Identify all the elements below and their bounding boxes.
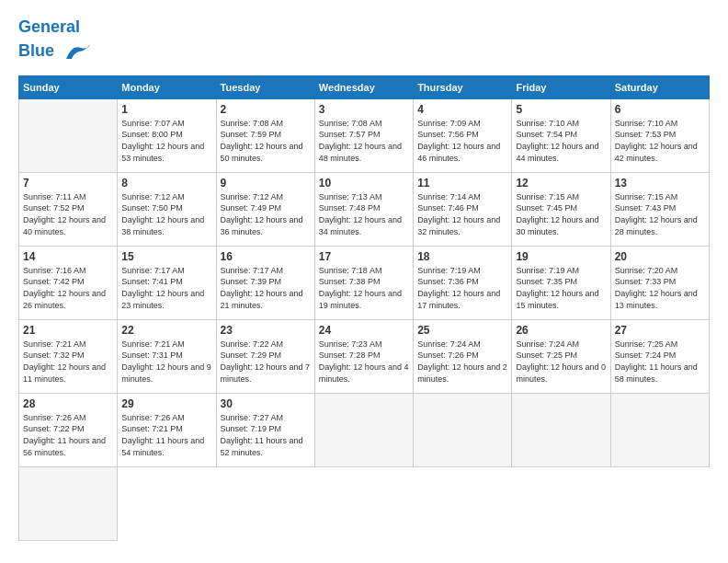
calendar-cell: 2 Sunrise: 7:08 AM Sunset: 7:59 PM Dayli…	[216, 98, 314, 172]
day-info: Sunrise: 7:24 AM Sunset: 7:26 PM Dayligh…	[417, 339, 507, 385]
day-info: Sunrise: 7:23 AM Sunset: 7:28 PM Dayligh…	[319, 339, 409, 385]
day-info: Sunrise: 7:21 AM Sunset: 7:31 PM Dayligh…	[121, 339, 211, 385]
calendar-cell: 1 Sunrise: 7:07 AM Sunset: 8:00 PM Dayli…	[118, 98, 216, 172]
calendar-row: 21 Sunrise: 7:21 AM Sunset: 7:32 PM Dayl…	[19, 319, 710, 393]
calendar-cell	[610, 393, 709, 466]
day-number: 26	[516, 324, 606, 337]
calendar-cell: 27 Sunrise: 7:25 AM Sunset: 7:24 PM Dayl…	[610, 319, 709, 393]
day-number: 25	[417, 324, 507, 337]
day-number: 8	[121, 177, 211, 190]
day-info: Sunrise: 7:15 AM Sunset: 7:45 PM Dayligh…	[516, 191, 606, 237]
day-info: Sunrise: 7:26 AM Sunset: 7:22 PM Dayligh…	[23, 412, 113, 458]
calendar-cell: 29 Sunrise: 7:26 AM Sunset: 7:21 PM Dayl…	[118, 393, 216, 466]
day-info: Sunrise: 7:21 AM Sunset: 7:32 PM Dayligh…	[23, 339, 113, 385]
calendar-cell: 5 Sunrise: 7:10 AM Sunset: 7:54 PM Dayli…	[512, 98, 610, 172]
day-info: Sunrise: 7:17 AM Sunset: 7:39 PM Dayligh…	[221, 265, 311, 311]
weekday-header-friday: Friday	[512, 75, 610, 98]
calendar-cell: 4 Sunrise: 7:09 AM Sunset: 7:56 PM Dayli…	[414, 98, 512, 172]
day-number: 21	[23, 324, 113, 337]
calendar-cell: 16 Sunrise: 7:17 AM Sunset: 7:39 PM Dayl…	[216, 246, 314, 319]
day-info: Sunrise: 7:25 AM Sunset: 7:24 PM Dayligh…	[615, 339, 705, 385]
calendar-cell: 25 Sunrise: 7:24 AM Sunset: 7:26 PM Dayl…	[414, 319, 512, 393]
day-number: 1	[121, 103, 211, 116]
day-number: 14	[23, 250, 113, 263]
day-number: 15	[121, 250, 211, 263]
calendar-cell: 24 Sunrise: 7:23 AM Sunset: 7:28 PM Dayl…	[314, 319, 413, 393]
day-number: 6	[615, 103, 705, 116]
calendar-cell: 9 Sunrise: 7:12 AM Sunset: 7:49 PM Dayli…	[216, 172, 314, 246]
day-info: Sunrise: 7:11 AM Sunset: 7:52 PM Dayligh…	[23, 191, 113, 237]
day-number: 19	[516, 250, 606, 263]
calendar-cell: 7 Sunrise: 7:11 AM Sunset: 7:52 PM Dayli…	[19, 172, 118, 246]
day-info: Sunrise: 7:17 AM Sunset: 7:41 PM Dayligh…	[121, 265, 211, 311]
header: General Blue	[18, 18, 710, 66]
logo-bird-icon	[63, 37, 92, 66]
day-info: Sunrise: 7:12 AM Sunset: 7:49 PM Dayligh…	[221, 191, 311, 237]
calendar-cell: 3 Sunrise: 7:08 AM Sunset: 7:57 PM Dayli…	[314, 98, 413, 172]
day-number: 2	[221, 103, 311, 116]
calendar-cell	[512, 393, 610, 466]
day-number: 22	[121, 324, 211, 337]
calendar-cell	[414, 393, 512, 466]
day-info: Sunrise: 7:22 AM Sunset: 7:29 PM Dayligh…	[221, 339, 311, 385]
calendar-cell: 28 Sunrise: 7:26 AM Sunset: 7:22 PM Dayl…	[19, 393, 118, 466]
day-number: 18	[417, 250, 507, 263]
weekday-header-sunday: Sunday	[19, 75, 118, 98]
calendar-cell: 20 Sunrise: 7:20 AM Sunset: 7:33 PM Dayl…	[610, 246, 709, 319]
day-info: Sunrise: 7:18 AM Sunset: 7:38 PM Dayligh…	[319, 265, 409, 311]
day-number: 9	[221, 177, 311, 190]
day-info: Sunrise: 7:24 AM Sunset: 7:25 PM Dayligh…	[516, 339, 606, 385]
day-number: 11	[417, 177, 507, 190]
calendar-cell: 11 Sunrise: 7:14 AM Sunset: 7:46 PM Dayl…	[414, 172, 512, 246]
logo-general: General	[18, 17, 80, 36]
calendar-cell	[314, 393, 413, 466]
day-number: 4	[417, 103, 507, 116]
calendar-cell: 22 Sunrise: 7:21 AM Sunset: 7:31 PM Dayl…	[118, 319, 216, 393]
day-info: Sunrise: 7:07 AM Sunset: 8:00 PM Dayligh…	[121, 118, 211, 164]
calendar-cell: 13 Sunrise: 7:15 AM Sunset: 7:43 PM Dayl…	[610, 172, 709, 246]
day-number: 3	[319, 103, 409, 116]
calendar-row: 1 Sunrise: 7:07 AM Sunset: 8:00 PM Dayli…	[19, 98, 710, 172]
day-info: Sunrise: 7:14 AM Sunset: 7:46 PM Dayligh…	[417, 191, 507, 237]
day-number: 28	[23, 397, 113, 410]
day-number: 17	[319, 250, 409, 263]
calendar-cell: 8 Sunrise: 7:12 AM Sunset: 7:50 PM Dayli…	[118, 172, 216, 246]
calendar-row: 7 Sunrise: 7:11 AM Sunset: 7:52 PM Dayli…	[19, 172, 710, 246]
calendar-cell: 6 Sunrise: 7:10 AM Sunset: 7:53 PM Dayli…	[610, 98, 709, 172]
calendar-cell: 15 Sunrise: 7:17 AM Sunset: 7:41 PM Dayl…	[118, 246, 216, 319]
calendar: SundayMondayTuesdayWednesdayThursdayFrid…	[18, 75, 710, 541]
weekday-header-tuesday: Tuesday	[216, 75, 314, 98]
calendar-row	[19, 466, 710, 540]
day-number: 7	[23, 177, 113, 190]
day-info: Sunrise: 7:19 AM Sunset: 7:36 PM Dayligh…	[417, 265, 507, 311]
weekday-header-monday: Monday	[118, 75, 216, 98]
day-info: Sunrise: 7:26 AM Sunset: 7:21 PM Dayligh…	[121, 412, 211, 458]
calendar-cell: 23 Sunrise: 7:22 AM Sunset: 7:29 PM Dayl…	[216, 319, 314, 393]
calendar-cell: 21 Sunrise: 7:21 AM Sunset: 7:32 PM Dayl…	[19, 319, 118, 393]
calendar-cell: 18 Sunrise: 7:19 AM Sunset: 7:36 PM Dayl…	[414, 246, 512, 319]
weekday-header-thursday: Thursday	[414, 75, 512, 98]
day-number: 29	[121, 397, 211, 410]
weekday-header-saturday: Saturday	[610, 75, 709, 98]
calendar-cell: 12 Sunrise: 7:15 AM Sunset: 7:45 PM Dayl…	[512, 172, 610, 246]
day-number: 23	[221, 324, 311, 337]
calendar-row: 28 Sunrise: 7:26 AM Sunset: 7:22 PM Dayl…	[19, 393, 710, 466]
logo-blue: Blue	[18, 41, 54, 60]
day-info: Sunrise: 7:09 AM Sunset: 7:56 PM Dayligh…	[417, 118, 507, 164]
day-info: Sunrise: 7:16 AM Sunset: 7:42 PM Dayligh…	[23, 265, 113, 311]
day-number: 20	[615, 250, 705, 263]
calendar-cell: 14 Sunrise: 7:16 AM Sunset: 7:42 PM Dayl…	[19, 246, 118, 319]
day-info: Sunrise: 7:27 AM Sunset: 7:19 PM Dayligh…	[221, 412, 311, 458]
day-info: Sunrise: 7:19 AM Sunset: 7:35 PM Dayligh…	[516, 265, 606, 311]
calendar-cell: 10 Sunrise: 7:13 AM Sunset: 7:48 PM Dayl…	[314, 172, 413, 246]
calendar-cell: 17 Sunrise: 7:18 AM Sunset: 7:38 PM Dayl…	[314, 246, 413, 319]
day-info: Sunrise: 7:10 AM Sunset: 7:54 PM Dayligh…	[516, 118, 606, 164]
day-number: 10	[319, 177, 409, 190]
day-number: 24	[319, 324, 409, 337]
day-info: Sunrise: 7:08 AM Sunset: 7:57 PM Dayligh…	[319, 118, 409, 164]
day-info: Sunrise: 7:12 AM Sunset: 7:50 PM Dayligh…	[121, 191, 211, 237]
calendar-cell: 30 Sunrise: 7:27 AM Sunset: 7:19 PM Dayl…	[216, 393, 314, 466]
logo: General Blue	[18, 18, 92, 66]
day-info: Sunrise: 7:13 AM Sunset: 7:48 PM Dayligh…	[319, 191, 409, 237]
day-info: Sunrise: 7:10 AM Sunset: 7:53 PM Dayligh…	[615, 118, 705, 164]
